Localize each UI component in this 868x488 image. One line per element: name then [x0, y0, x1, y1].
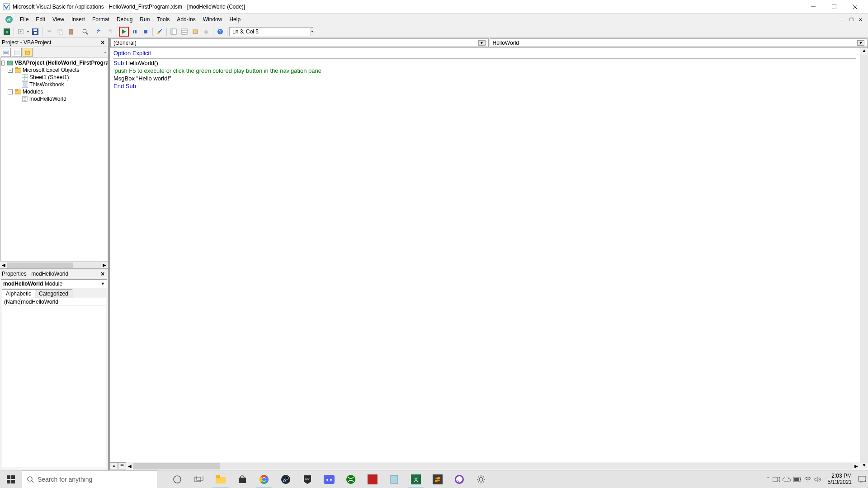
- view-object-button[interactable]: [12, 48, 22, 57]
- procedure-combo[interactable]: HelloWorld ▼: [490, 38, 868, 47]
- cortana-icon[interactable]: [166, 470, 188, 488]
- cut-button[interactable]: ✂: [44, 27, 54, 37]
- undo-button[interactable]: [94, 27, 104, 37]
- tree-item-modhelloworld[interactable]: modHelloWorld: [1, 95, 107, 103]
- project-tree-hscroll[interactable]: ◀ ▶: [0, 261, 108, 268]
- view-excel-button[interactable]: X: [2, 27, 12, 37]
- break-button[interactable]: [130, 27, 140, 37]
- collapse-icon[interactable]: −: [1, 61, 5, 66]
- scrollbar-track[interactable]: [860, 55, 868, 463]
- tray-meet-now-icon[interactable]: [773, 476, 780, 483]
- taskbar-store-icon[interactable]: [231, 470, 253, 488]
- find-button[interactable]: [80, 27, 90, 37]
- code-hscroll[interactable]: ◀ ▶: [126, 462, 860, 470]
- scrollbar-track[interactable]: [7, 263, 101, 268]
- redo-button[interactable]: [105, 27, 115, 37]
- taskbar-epic-icon[interactable]: EPIC: [297, 470, 318, 488]
- insert-button[interactable]: [16, 27, 26, 37]
- menu-edit[interactable]: Edit: [32, 15, 49, 23]
- tray-onedrive-icon[interactable]: [783, 477, 791, 482]
- tray-battery-icon[interactable]: [793, 477, 802, 482]
- view-code-button[interactable]: [1, 48, 11, 57]
- object-browser-button[interactable]: [190, 27, 200, 37]
- insert-dropdown-icon[interactable]: ▼: [27, 30, 29, 33]
- taskbar-discord-icon[interactable]: [318, 470, 340, 488]
- reset-button[interactable]: [141, 27, 151, 37]
- properties-window-button[interactable]: [179, 27, 189, 37]
- taskbar-notepad-icon[interactable]: [383, 470, 405, 488]
- maximize-button[interactable]: [824, 0, 844, 14]
- taskbar-app-icon[interactable]: [362, 470, 383, 488]
- toggle-folders-button[interactable]: [23, 48, 33, 57]
- menu-window[interactable]: Window: [199, 15, 226, 23]
- save-button[interactable]: [30, 27, 40, 37]
- tray-wifi-icon[interactable]: [804, 476, 811, 483]
- tray-notifications-icon[interactable]: 3: [858, 476, 866, 483]
- property-row-name[interactable]: (Name) modHelloWorld: [2, 298, 106, 306]
- menu-run[interactable]: Run: [136, 15, 153, 23]
- scroll-down-icon[interactable]: ▼: [860, 463, 868, 470]
- properties-panel-close-button[interactable]: ×: [99, 270, 106, 277]
- tree-item-thisworkbook[interactable]: ThisWorkbook: [1, 81, 107, 88]
- procedure-view-button[interactable]: ≡: [110, 462, 118, 469]
- menu-debug[interactable]: Debug: [113, 15, 136, 23]
- taskbar-github-icon[interactable]: [448, 470, 470, 488]
- project-explorer-button[interactable]: [169, 27, 179, 37]
- mdi-close-button[interactable]: ✕: [856, 16, 864, 23]
- taskbar-search[interactable]: Search for anything: [22, 470, 157, 488]
- tab-alphabetic[interactable]: Alphabetic: [2, 289, 35, 298]
- scrollbar-track[interactable]: [133, 463, 853, 469]
- taskbar-sublime-icon[interactable]: [427, 470, 448, 488]
- property-name-value[interactable]: modHelloWorld: [19, 298, 106, 305]
- toolbar-overflow-icon[interactable]: ▾: [311, 27, 313, 36]
- minimize-button[interactable]: [803, 0, 824, 14]
- menu-file[interactable]: File: [16, 15, 32, 23]
- project-tree[interactable]: − VBAProject (HelloWorld_FirstProgram.xl…: [0, 58, 108, 261]
- scroll-up-icon[interactable]: ▲: [860, 48, 868, 55]
- menu-addins[interactable]: Add-Ins: [173, 15, 199, 23]
- tray-overflow-icon[interactable]: ˄: [767, 476, 770, 483]
- project-panel-close-button[interactable]: ×: [99, 39, 106, 46]
- mdi-restore-button[interactable]: ❐: [847, 16, 855, 23]
- menu-view[interactable]: View: [49, 15, 68, 23]
- tray-volume-icon[interactable]: [814, 476, 821, 483]
- scroll-left-icon[interactable]: ◀: [0, 263, 7, 267]
- tree-item-sheet1[interactable]: Sheet1 (Sheet1): [1, 74, 107, 81]
- tab-categorized[interactable]: Categorized: [35, 289, 72, 298]
- design-mode-button[interactable]: [155, 27, 165, 37]
- tray-clock[interactable]: 2:03 PM 5/13/2021: [824, 473, 855, 485]
- copy-button[interactable]: [55, 27, 65, 37]
- taskbar-file-explorer-icon[interactable]: [210, 470, 231, 488]
- taskbar-steam-icon[interactable]: [275, 470, 297, 488]
- menu-insert[interactable]: Insert: [68, 15, 89, 23]
- taskbar-chrome-icon[interactable]: [253, 470, 275, 488]
- help-button[interactable]: ?: [215, 27, 225, 37]
- paste-button[interactable]: [66, 27, 76, 37]
- taskbar-xbox-icon[interactable]: [340, 470, 362, 488]
- code-vscroll[interactable]: ▲ ▼: [860, 48, 868, 470]
- mdi-minimize-button[interactable]: –: [838, 16, 846, 23]
- menu-format[interactable]: Format: [89, 15, 113, 23]
- collapse-icon[interactable]: −: [8, 89, 13, 94]
- tree-folder-modules[interactable]: − Modules: [1, 88, 107, 95]
- scroll-right-icon[interactable]: ▶: [101, 263, 108, 267]
- scrollbar-thumb[interactable]: [133, 463, 220, 469]
- taskbar-excel-icon[interactable]: X: [405, 470, 427, 488]
- scrollbar-thumb[interactable]: [7, 263, 73, 268]
- full-module-view-button[interactable]: ☰: [118, 462, 126, 469]
- tree-folder-excel-objects[interactable]: − Microsoft Excel Objects: [1, 66, 107, 74]
- code-editor[interactable]: Option Explicit Sub HelloWorld() 'push F…: [110, 48, 860, 462]
- close-button[interactable]: [844, 0, 865, 14]
- menu-help[interactable]: Help: [226, 15, 244, 23]
- project-toolbar-overflow-icon[interactable]: ▾: [104, 51, 107, 54]
- object-combo[interactable]: (General) ▼: [110, 38, 489, 47]
- tree-root[interactable]: − VBAProject (HelloWorld_FirstProgram.xl…: [1, 59, 107, 66]
- scroll-left-icon[interactable]: ◀: [126, 464, 133, 469]
- menu-tools[interactable]: Tools: [153, 15, 173, 23]
- scroll-right-icon[interactable]: ▶: [853, 464, 860, 469]
- run-button[interactable]: [119, 27, 129, 37]
- start-button[interactable]: [0, 470, 22, 488]
- collapse-icon[interactable]: −: [8, 68, 13, 73]
- task-view-icon[interactable]: [188, 470, 210, 488]
- toolbox-button[interactable]: [201, 27, 211, 37]
